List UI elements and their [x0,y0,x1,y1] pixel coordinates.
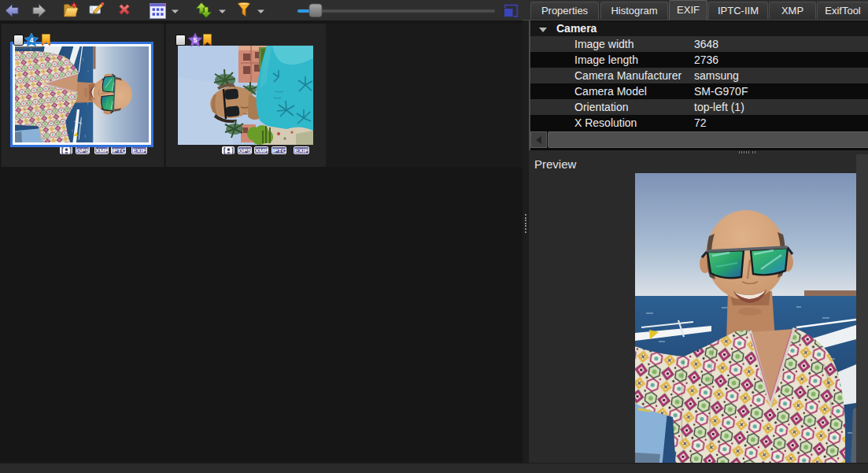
svg-text:4: 4 [30,36,34,44]
svg-text:5: 5 [194,36,198,44]
